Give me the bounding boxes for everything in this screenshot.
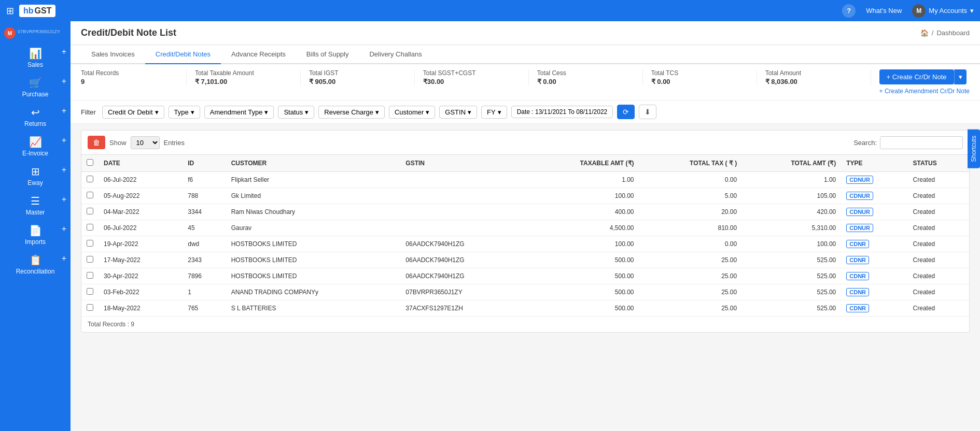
breadcrumb-separator: / [932, 29, 934, 37]
cell-customer: Flipkart Seller [226, 172, 401, 188]
sidebar-item-purchase[interactable]: 🛒 Purchase + [0, 73, 71, 102]
select-all-checkbox[interactable] [87, 159, 93, 166]
filter-customer[interactable]: Customer ▾ [389, 106, 435, 119]
tab-bills-of-supply[interactable]: Bills of Supply [296, 45, 359, 64]
row-checkbox[interactable] [87, 304, 93, 311]
refresh-button[interactable]: ⟳ [617, 105, 635, 119]
table-row[interactable]: 06-Jul-2022 45 Gaurav 4,500.00 810.00 5,… [81, 220, 969, 236]
whats-new[interactable]: What's New [866, 7, 902, 15]
breadcrumb-home-icon[interactable]: 🏠 [920, 29, 929, 37]
create-cr-dr-dropdown-button[interactable]: ▾ [954, 69, 967, 84]
cell-taxable-amt: 100.00 [524, 236, 639, 252]
type-badge: CDNUR [846, 192, 873, 200]
cell-id: 2343 [183, 252, 226, 268]
filter-credit-or-debit[interactable]: Credit Or Debit ▾ [102, 106, 164, 119]
cell-customer: HOSTBOOKS LIMITED [226, 252, 401, 268]
row-checkbox-cell [81, 172, 99, 188]
cell-date: 19-Apr-2022 [99, 236, 183, 252]
sidebar-add-eway[interactable]: + [62, 165, 66, 175]
sidebar-item-einvoice[interactable]: 📈 E-Invoice + [0, 132, 71, 161]
filter-fy[interactable]: FY ▾ [481, 106, 507, 119]
filter-reverse-charge[interactable]: Reverse Charge ▾ [318, 106, 385, 119]
grid-icon[interactable]: ⊞ [6, 5, 14, 17]
cell-id: 1 [183, 284, 226, 300]
shortcuts-tab[interactable]: Shortcuts [968, 130, 980, 168]
logo[interactable]: hb GST [19, 5, 55, 17]
table-row[interactable]: 30-Apr-2022 7896 HOSTBOOKS LIMITED 06AAD… [81, 268, 969, 284]
row-checkbox[interactable] [87, 256, 93, 263]
chevron-icon: ▾ [468, 108, 471, 116]
sidebar-add-einvoice[interactable]: + [62, 136, 66, 145]
content-area: Credit/Debit Note List 🏠 / Dashboard Sal… [71, 21, 980, 431]
help-icon[interactable]: ? [842, 4, 856, 18]
entries-select[interactable]: 10 25 50 100 [131, 136, 160, 149]
cell-type: CDNR [841, 284, 907, 300]
cell-customer: Gaurav [226, 220, 401, 236]
cell-taxable-amt: 400.00 [524, 204, 639, 220]
search-input[interactable] [880, 136, 963, 149]
table-row[interactable]: 18-May-2022 765 S L BATTERIES 37ACXFS129… [81, 300, 969, 317]
cell-status: Created [908, 220, 969, 236]
row-checkbox[interactable] [87, 176, 93, 182]
tab-sales-invoices[interactable]: Sales Invoices [81, 45, 145, 64]
table-row[interactable]: 03-Feb-2022 1 ANAND TRADING COMPANYy 07B… [81, 284, 969, 300]
delete-button[interactable]: 🗑 [88, 136, 105, 149]
sidebar-add-imports[interactable]: + [62, 224, 66, 234]
page-title: Credit/Debit Note List [81, 27, 176, 38]
table-area: 🗑 Show 10 25 50 100 Entries Search: [81, 130, 970, 333]
create-amendment-link[interactable]: + Create Amendment Cr/Dr Note [879, 88, 970, 95]
sidebar-item-reconciliation[interactable]: 📋 Reconciliation + [0, 250, 71, 279]
download-button[interactable]: ⬇ [639, 105, 656, 119]
row-checkbox-cell [81, 204, 99, 220]
cell-total-tax: 810.00 [639, 220, 743, 236]
type-badge: CDNR [846, 240, 869, 248]
sidebar-item-sales[interactable]: 📊 Sales + [0, 43, 71, 73]
sidebar-item-imports[interactable]: 📄 Imports + [0, 220, 71, 250]
type-badge: CDNR [846, 272, 869, 280]
cell-customer: Ram Niwas Choudhary [226, 204, 401, 220]
filter-status[interactable]: Status ▾ [278, 106, 314, 119]
sidebar-add-purchase[interactable]: + [62, 77, 66, 86]
cell-status: Created [908, 204, 969, 220]
cell-date: 03-Feb-2022 [99, 284, 183, 300]
summary-cess: Total Cess ₹ 0.00 [529, 69, 643, 85]
row-checkbox[interactable] [87, 192, 93, 198]
row-checkbox[interactable] [87, 272, 93, 279]
row-checkbox[interactable] [87, 288, 93, 295]
row-checkbox-cell [81, 268, 99, 284]
cell-taxable-amt: 100.00 [524, 188, 639, 204]
my-accounts-menu[interactable]: M My Accounts ▾ [912, 4, 974, 18]
user-badge: M [4, 27, 16, 39]
eway-icon: ⊞ [31, 165, 40, 178]
row-checkbox[interactable] [87, 240, 93, 247]
table-row[interactable]: 04-Mar-2022 3344 Ram Niwas Choudhary 400… [81, 204, 969, 220]
filter-type[interactable]: Type ▾ [169, 106, 200, 119]
sidebar-add-sales[interactable]: + [62, 47, 66, 56]
sidebar-item-eway[interactable]: ⊞ Eway + [0, 161, 71, 191]
tab-credit-debit-notes[interactable]: Credit/Debit Notes [145, 45, 221, 64]
cell-date: 18-May-2022 [99, 300, 183, 317]
sidebar-add-master[interactable]: + [62, 195, 66, 204]
table-row[interactable]: 05-Aug-2022 788 Gk Limited 100.00 5.00 1… [81, 188, 969, 204]
filter-gstin[interactable]: GSTIN ▾ [439, 106, 477, 119]
cell-gstin [400, 188, 524, 204]
sales-icon: 📊 [29, 47, 42, 60]
cell-type: CDNR [841, 268, 907, 284]
row-checkbox[interactable] [87, 208, 93, 214]
table-row[interactable]: 19-Apr-2022 dwd HOSTBOOKS LIMITED 06AADC… [81, 236, 969, 252]
imports-icon: 📄 [29, 224, 42, 237]
sidebar-add-reconciliation[interactable]: + [62, 254, 66, 263]
table-row[interactable]: 06-Jul-2022 f6 Flipkart Seller 1.00 0.00… [81, 172, 969, 188]
tab-delivery-challans[interactable]: Delivery Challans [359, 45, 432, 64]
sidebar-add-returns[interactable]: + [62, 106, 66, 116]
logo-hb: hb [23, 6, 34, 16]
filter-amendment-type[interactable]: Amendment Type ▾ [204, 106, 274, 119]
sidebar-item-label: Returns [24, 120, 46, 127]
table-body: 06-Jul-2022 f6 Flipkart Seller 1.00 0.00… [81, 172, 969, 317]
table-row[interactable]: 17-May-2022 2343 HOSTBOOKS LIMITED 06AAD… [81, 252, 969, 268]
create-cr-dr-note-button[interactable]: + Create Cr/Dr Note [879, 69, 954, 84]
sidebar-item-returns[interactable]: ↩ Returns + [0, 102, 71, 132]
sidebar-item-master[interactable]: ☰ Master + [0, 191, 71, 220]
row-checkbox[interactable] [87, 224, 93, 231]
tab-advance-receipts[interactable]: Advance Receipts [221, 45, 296, 64]
